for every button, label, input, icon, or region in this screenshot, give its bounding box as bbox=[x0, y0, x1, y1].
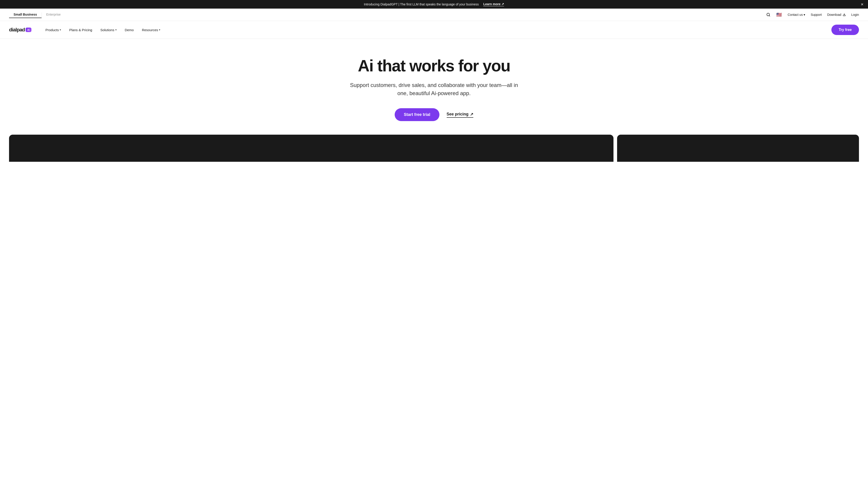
resources-chevron-icon: ▾ bbox=[159, 28, 160, 31]
download-button[interactable]: Download bbox=[827, 13, 846, 17]
logo-link[interactable]: dialpad Ai bbox=[9, 27, 31, 33]
bottom-panels bbox=[0, 135, 868, 162]
solutions-chevron-icon: ▾ bbox=[115, 28, 117, 31]
top-nav-right: 🇺🇸 Contact us ▾ Support Download Login bbox=[766, 12, 859, 17]
contact-button[interactable]: Contact us ▾ bbox=[787, 13, 805, 17]
small-business-tab[interactable]: Small Business bbox=[9, 11, 41, 18]
dark-panel-left bbox=[9, 135, 614, 162]
resources-nav-item[interactable]: Resources ▾ bbox=[139, 26, 164, 34]
download-icon bbox=[843, 13, 846, 16]
demo-nav-item[interactable]: Demo bbox=[122, 26, 137, 34]
search-button[interactable] bbox=[766, 13, 770, 17]
products-chevron-icon: ▾ bbox=[60, 28, 61, 31]
enterprise-tab[interactable]: Enterprise bbox=[42, 11, 65, 18]
login-button[interactable]: Login bbox=[851, 13, 859, 17]
see-pricing-link[interactable]: See pricing ↗ bbox=[447, 112, 473, 118]
pricing-nav-item[interactable]: Plans & Pricing bbox=[66, 26, 95, 34]
learn-more-link[interactable]: Learn more ↗ bbox=[483, 2, 504, 6]
us-flag-icon: 🇺🇸 bbox=[776, 12, 782, 17]
products-nav-item[interactable]: Products ▾ bbox=[42, 26, 64, 34]
search-icon bbox=[766, 13, 770, 17]
ai-badge: Ai bbox=[26, 28, 31, 32]
hero-section: Ai that works for you Support customers,… bbox=[0, 39, 868, 135]
hero-subtitle: Support customers, drive sales, and coll… bbox=[346, 81, 522, 97]
start-trial-button[interactable]: Start free trial bbox=[395, 108, 439, 121]
language-selector[interactable]: 🇺🇸 bbox=[776, 12, 782, 17]
solutions-nav-item[interactable]: Solutions ▾ bbox=[97, 26, 120, 34]
logo-wordmark: dialpad bbox=[9, 27, 25, 33]
announcement-banner: Introducing DialpadGPT | The first LLM t… bbox=[0, 0, 868, 8]
top-nav-left: Small Business Enterprise bbox=[9, 11, 766, 18]
support-link[interactable]: Support bbox=[811, 13, 822, 17]
try-free-button[interactable]: Try free bbox=[831, 25, 859, 35]
announcement-text: Introducing DialpadGPT | The first LLM t… bbox=[364, 2, 479, 6]
hero-cta: Start free trial See pricing ↗ bbox=[395, 108, 473, 121]
main-nav: dialpad Ai Products ▾ Plans & Pricing So… bbox=[0, 21, 868, 39]
hero-title: Ai that works for you bbox=[358, 57, 510, 75]
main-nav-items: Products ▾ Plans & Pricing Solutions ▾ D… bbox=[42, 26, 831, 34]
svg-line-1 bbox=[769, 15, 770, 16]
dark-panel-right bbox=[617, 135, 859, 162]
top-nav: Small Business Enterprise 🇺🇸 Contact us … bbox=[0, 8, 868, 21]
close-banner-button[interactable]: × bbox=[861, 2, 864, 6]
